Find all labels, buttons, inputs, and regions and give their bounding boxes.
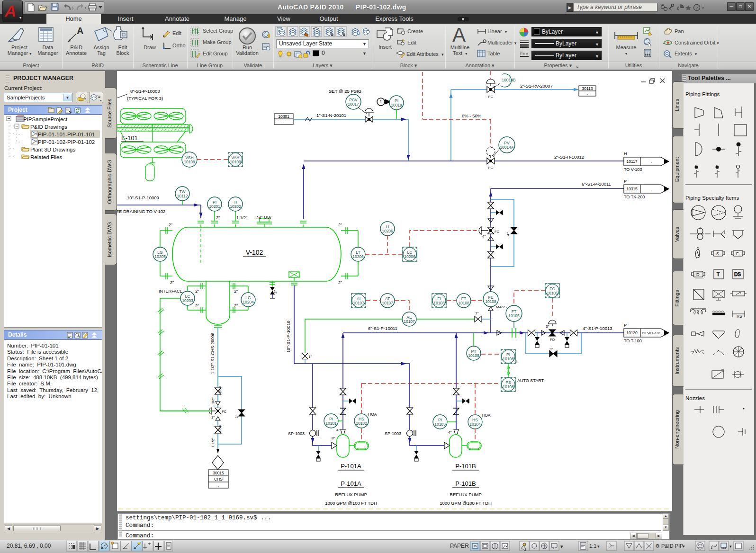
svg-text:2": 2" (234, 303, 238, 308)
svg-text:VAH: VAH (232, 155, 240, 160)
svg-text:10109: 10109 (184, 160, 195, 164)
svg-text:PT: PT (471, 349, 477, 354)
svg-text:▾: ▾ (683, 544, 685, 549)
svg-text:1": 1" (234, 415, 239, 418)
svg-text:1000 GPM @100 FT TDH: 1000 GPM @100 FT TDH (325, 500, 377, 506)
svg-text:.: . (218, 483, 219, 488)
svg-text:PIP-01-101: PIP-01-101 (642, 331, 661, 335)
svg-text:T: T (717, 272, 720, 277)
svg-text:REFLUX PUMP: REFLUX PUMP (335, 492, 367, 497)
svg-text:10120: 10120 (626, 330, 638, 335)
svg-text:10107: 10107 (382, 301, 393, 305)
svg-text:⚙ P&ID PIP: ⚙ P&ID PIP (655, 543, 683, 549)
svg-text:4": 4" (506, 232, 510, 236)
svg-text:8"-S1-P-10003: 8"-S1-P-10003 (130, 89, 160, 94)
svg-text:AUTO START: AUTO START (517, 378, 544, 383)
svg-text:AE: AE (406, 315, 412, 320)
svg-text:▾: ▾ (560, 544, 563, 549)
svg-text:PI: PI (329, 417, 333, 421)
svg-text:FE: FE (488, 295, 494, 300)
svg-text:10206: 10206 (352, 254, 364, 259)
svg-text:.: . (651, 187, 652, 191)
svg-text:MASS: MASS (496, 305, 507, 309)
svg-text:10112: 10112 (177, 194, 188, 198)
svg-text:2": 2" (216, 215, 220, 220)
svg-text:SP-1003: SP-1003 (385, 431, 401, 436)
svg-text:INTERFACE: INTERFACE (159, 289, 183, 294)
svg-text:4": 4" (448, 430, 451, 435)
svg-text:10107: 10107 (353, 301, 364, 305)
svg-text:TO TK-200: TO TK-200 (624, 195, 645, 199)
svg-text:PV: PV (504, 141, 510, 145)
svg-text:HS: HS (359, 417, 364, 421)
svg-text:H: H (624, 152, 627, 156)
svg-text:TI: TI (234, 200, 237, 205)
svg-text:FC: FC (549, 286, 555, 291)
svg-text:F: F (736, 251, 739, 256)
svg-text:1 1/2": 1 1/2" (211, 397, 215, 407)
svg-text:FI: FI (437, 296, 441, 301)
svg-text:PI: PI (213, 200, 216, 205)
svg-text:L: L (516, 359, 519, 364)
svg-text:BSV: BSV (218, 386, 222, 393)
svg-text:2"-S1-RV-20007: 2"-S1-RV-20007 (520, 83, 553, 89)
svg-text:.: . (283, 119, 284, 124)
svg-text:PI: PI (438, 418, 442, 422)
svg-text:HOA: HOA (368, 412, 377, 417)
svg-text:FO: FO (550, 338, 555, 342)
svg-text:1": 1" (308, 355, 312, 359)
svg-text:2": 2" (338, 223, 342, 227)
svg-text:▾: ▾ (729, 544, 732, 549)
svg-text:FC: FC (488, 166, 494, 170)
svg-text:3": 3" (546, 324, 549, 329)
svg-text:2": 2" (169, 223, 172, 227)
svg-text:10203: 10203 (182, 298, 193, 303)
svg-text:10108: 10108 (485, 299, 496, 304)
svg-text:10206: 10206 (382, 229, 393, 233)
svg-text:2": 2" (338, 280, 342, 285)
svg-text:SET @ 25 PSIG: SET @ 25 PSIG (329, 89, 361, 94)
svg-text:6"-S1-P-10011: 6"-S1-P-10011 (368, 326, 397, 331)
svg-text:▾: ▾ (597, 544, 600, 549)
svg-text:Nozzles: Nozzles (685, 395, 705, 401)
svg-text:TW: TW (179, 189, 185, 194)
svg-text:10104: 10104 (469, 422, 481, 427)
svg-text:TO V-103: TO V-103 (624, 167, 642, 172)
svg-text:0% - 50%: 0% - 50% (462, 113, 482, 118)
svg-text:10315: 10315 (626, 187, 638, 191)
svg-text:FC: FC (495, 230, 500, 234)
svg-text:PI: PI (395, 98, 398, 103)
svg-text:FREE DRAINING TO V-102: FREE DRAINING TO V-102 (117, 209, 165, 214)
svg-text:10108: 10108 (468, 353, 479, 358)
svg-text:FC: FC (222, 410, 227, 414)
svg-text:TO T-100: TO T-100 (624, 339, 642, 343)
svg-text:10103: 10103 (434, 422, 446, 427)
svg-text:10206: 10206 (404, 254, 415, 259)
svg-text:10108: 10108 (503, 357, 514, 361)
svg-text:P-101B: P-101B (455, 480, 476, 487)
svg-text:V-102: V-102 (246, 249, 263, 256)
svg-text:1 1/2"-S1-CHS-20006: 1 1/2"-S1-CHS-20006 (210, 333, 215, 374)
svg-text:30015: 30015 (213, 471, 224, 475)
svg-text:10205: 10205 (154, 254, 166, 259)
svg-text:1: 1 (379, 99, 382, 104)
svg-text:6"-S1-P-10011: 6"-S1-P-10011 (582, 181, 611, 187)
svg-text:P: P (624, 179, 627, 184)
svg-text:2": 2" (170, 280, 174, 285)
svg-text:.: . (651, 160, 652, 164)
svg-text:10204: 10204 (243, 300, 254, 304)
svg-text:1000 GPM @100 FT TDH: 1000 GPM @100 FT TDH (440, 500, 492, 506)
svg-text:1:1: 1:1 (589, 543, 596, 549)
svg-text:P-101A: P-101A (341, 480, 361, 487)
svg-text:DS: DS (734, 272, 741, 277)
svg-text:LT: LT (356, 250, 360, 255)
svg-text:1": 1" (211, 415, 215, 419)
svg-text:10017: 10017 (348, 102, 359, 107)
svg-text:1"-S1-N-20101: 1"-S1-N-20101 (316, 113, 346, 118)
svg-text:8": 8" (332, 436, 335, 440)
svg-text:10108: 10108 (458, 301, 469, 305)
svg-text:10"-S1-P-10009: 10"-S1-P-10009 (127, 195, 159, 200)
svg-text:PI: PI (506, 352, 510, 357)
svg-text:SP-1003: SP-1003 (288, 431, 305, 436)
svg-text:AI: AI (357, 296, 360, 301)
